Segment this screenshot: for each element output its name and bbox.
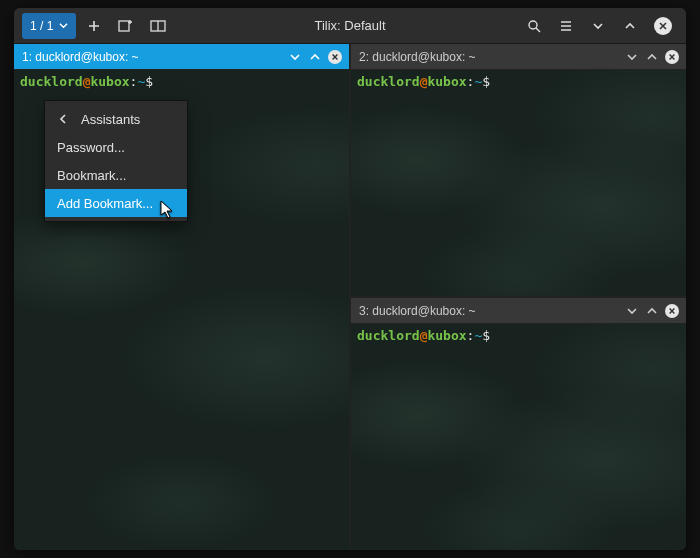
pane-1-title: 1: ducklord@kubox: ~ [22, 50, 283, 64]
new-session-button[interactable] [80, 13, 108, 39]
maximize-pane-icon[interactable] [307, 52, 323, 62]
pane-2-title: 2: ducklord@kubox: ~ [359, 50, 620, 64]
chevron-down-icon [59, 21, 68, 30]
prompt-user: ducklord [357, 74, 420, 89]
menu-item-password[interactable]: Password... [45, 133, 187, 161]
pane-2-titlebar[interactable]: 2: ducklord@kubox: ~ [351, 44, 686, 70]
chevron-down-icon[interactable] [287, 52, 303, 62]
prompt-host: kubox [427, 328, 466, 343]
close-pane-icon[interactable] [664, 50, 680, 64]
hamburger-menu-button[interactable] [552, 13, 580, 39]
titlebar-right-group [520, 13, 678, 39]
prompt-dollar: $ [482, 74, 490, 89]
terminal-pane-2: 2: ducklord@kubox: ~ ducklord@kubox:~$ [351, 44, 686, 296]
pane-3-title: 3: ducklord@kubox: ~ [359, 304, 620, 318]
terminal-3-body[interactable]: ducklord@kubox:~$ [351, 324, 686, 550]
prompt-host: kubox [427, 74, 466, 89]
minimize-button[interactable] [584, 13, 612, 39]
close-window-button[interactable] [648, 13, 678, 39]
menu-item-label: Bookmark... [57, 168, 126, 183]
hamburger-icon [559, 19, 573, 33]
prompt-user: ducklord [20, 74, 83, 89]
pane-3-titlebar[interactable]: 3: ducklord@kubox: ~ [351, 298, 686, 324]
session-tab-counter[interactable]: 1 / 1 [22, 13, 76, 39]
plus-icon [87, 19, 101, 33]
close-icon [654, 17, 672, 35]
prompt-host: kubox [90, 74, 129, 89]
chevron-down-icon[interactable] [624, 52, 640, 62]
maximize-pane-icon[interactable] [644, 306, 660, 316]
pane-1-titlebar[interactable]: 1: ducklord@kubox: ~ [14, 44, 349, 70]
svg-rect-0 [119, 21, 129, 31]
close-pane-icon[interactable] [327, 50, 343, 64]
menu-item-add-bookmark[interactable]: Add Bookmark... [45, 189, 187, 217]
split-icon [150, 19, 166, 33]
tab-counter-label: 1 / 1 [30, 19, 53, 33]
terminal-2-body[interactable]: ducklord@kubox:~$ [351, 70, 686, 296]
menu-item-bookmark[interactable]: Bookmark... [45, 161, 187, 189]
svg-line-4 [536, 28, 540, 32]
search-button[interactable] [520, 13, 548, 39]
titlebar-left-group: 1 / 1 [22, 13, 172, 39]
search-icon [527, 19, 541, 33]
chevron-down-icon [592, 20, 604, 32]
chevron-left-icon [57, 114, 69, 124]
menu-header-label: Assistants [81, 112, 140, 127]
new-window-button[interactable] [112, 13, 140, 39]
split-pane-button[interactable] [144, 13, 172, 39]
svg-point-3 [529, 21, 537, 29]
terminal-pane-3: 3: ducklord@kubox: ~ ducklord@kubox:~$ [351, 298, 686, 550]
menu-header-assistants[interactable]: Assistants [45, 105, 187, 133]
chevron-down-icon[interactable] [624, 306, 640, 316]
maximize-button[interactable] [616, 13, 644, 39]
menu-item-label: Add Bookmark... [57, 196, 153, 211]
prompt-dollar: $ [145, 74, 153, 89]
context-menu: Assistants Password... Bookmark... Add B… [44, 100, 188, 222]
window-plus-icon [118, 19, 134, 33]
menu-item-label: Password... [57, 140, 125, 155]
maximize-pane-icon[interactable] [644, 52, 660, 62]
tilix-window: 1 / 1 [14, 8, 686, 550]
titlebar: 1 / 1 [14, 8, 686, 44]
prompt-user: ducklord [357, 328, 420, 343]
prompt-dollar: $ [482, 328, 490, 343]
chevron-up-icon [624, 20, 636, 32]
close-pane-icon[interactable] [664, 304, 680, 318]
